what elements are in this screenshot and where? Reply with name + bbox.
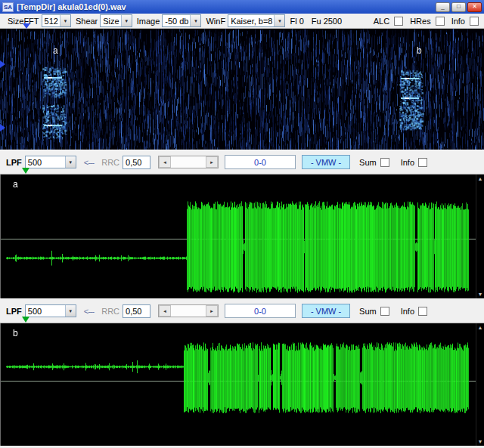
chevron-down-icon[interactable]: ▼ xyxy=(60,15,70,26)
waveform-v-scrollbar-a[interactable]: ▲ ▼ xyxy=(476,175,484,298)
shear-label: Shear xyxy=(76,17,98,26)
fl-label: Fl xyxy=(290,17,296,26)
rrc-label-b: RRC xyxy=(101,307,119,316)
chevron-down-icon[interactable]: ▼ xyxy=(190,15,200,26)
sum-checkbox-a[interactable] xyxy=(380,158,389,167)
spectrogram-label-b: b xyxy=(417,45,422,56)
control-bar-a: LPF 500 ▼ <--- RRC ◄ ► 0-0 - VMW - Sum I… xyxy=(0,150,484,175)
minimize-button[interactable]: _ xyxy=(436,2,450,12)
scroll-right-icon[interactable]: ► xyxy=(206,305,218,317)
scroll-right-icon[interactable]: ► xyxy=(206,156,218,168)
lpf-value-b: 500 xyxy=(28,307,42,316)
down-arrow-icon[interactable]: ▼ xyxy=(476,439,484,444)
waveform-label-a: a xyxy=(13,179,18,190)
shear-select[interactable]: Size ▼ xyxy=(100,14,132,27)
image-label: Image xyxy=(137,17,160,26)
spectrogram-canvas[interactable] xyxy=(0,29,484,150)
chevron-down-icon[interactable]: ▼ xyxy=(65,305,76,317)
app-icon: SA xyxy=(2,2,14,12)
window-buttons: _ □ ✕ xyxy=(436,2,482,12)
sum-label-b: Sum xyxy=(359,307,377,316)
chevron-down-icon[interactable]: ▼ xyxy=(65,156,76,168)
h-scrollbar-b[interactable]: ◄ ► xyxy=(158,304,219,317)
waveform-panel-a[interactable]: a ▲ ▼ xyxy=(0,175,484,298)
vmw-button-b[interactable]: - VMW - xyxy=(302,304,350,318)
fu-label: Fu xyxy=(312,17,321,26)
sum-checkbox-b[interactable] xyxy=(380,307,389,316)
spectrogram-position-marker-icon[interactable] xyxy=(23,23,30,29)
scroll-left-icon[interactable]: ◄ xyxy=(159,156,171,168)
info-label: Info xyxy=(451,17,465,26)
fl-value: 0 xyxy=(299,17,304,26)
chevron-down-icon[interactable]: ▼ xyxy=(121,15,132,26)
vmw-button-a[interactable]: - VMW - xyxy=(302,155,350,169)
sizefft-value: 512 xyxy=(45,17,58,26)
toolbar: SizeFFT 512 ▼ Shear Size ▼ Image -50 db … xyxy=(0,14,484,29)
waveform-position-marker-icon[interactable] xyxy=(22,317,29,323)
shear-value: Size xyxy=(103,17,119,26)
winf-value: Kaiser, b=8 xyxy=(231,17,272,26)
frequency-marker-icon[interactable] xyxy=(0,124,5,131)
spectrogram-panel[interactable]: a b xyxy=(0,29,484,150)
waveform-panel-b[interactable]: b ▲ ▼ xyxy=(0,323,484,446)
waveform-v-scrollbar-b[interactable]: ▲ ▼ xyxy=(476,323,484,446)
h-scrollbar-a[interactable]: ◄ ► xyxy=(158,156,219,168)
hres-label: HRes xyxy=(410,17,431,26)
lpf-label-a: LPF xyxy=(6,158,22,167)
lpf-select-a[interactable]: 500 ▼ xyxy=(25,156,76,168)
range-display-b: 0-0 xyxy=(225,304,296,318)
winf-select[interactable]: Kaiser, b=8 ▼ xyxy=(228,14,285,27)
fu-value: 2500 xyxy=(324,17,342,26)
range-display-a: 0-0 xyxy=(225,155,296,169)
image-select[interactable]: -50 db ▼ xyxy=(162,14,201,27)
down-arrow-icon[interactable]: ▼ xyxy=(476,292,484,297)
up-arrow-icon[interactable]: ▲ xyxy=(476,325,484,330)
waveform-canvas-a[interactable] xyxy=(1,175,476,298)
waveform-label-b: b xyxy=(13,328,18,338)
app-window: SA [TempDir] akula01ed(0).wav _ □ ✕ Size… xyxy=(0,0,484,448)
waveform-canvas-b[interactable] xyxy=(1,323,476,446)
alc-checkbox[interactable] xyxy=(394,17,403,26)
info-label-b: Info xyxy=(401,307,414,316)
spectrogram-label-a: a xyxy=(53,45,58,56)
chevron-down-icon[interactable]: ▼ xyxy=(274,15,284,26)
waveform-position-marker-icon[interactable] xyxy=(22,168,29,174)
scroll-left-icon[interactable]: ◄ xyxy=(159,305,171,317)
arrow-indicator-b: <--- xyxy=(84,307,94,316)
titlebar: SA [TempDir] akula01ed(0).wav _ □ ✕ xyxy=(0,0,484,14)
sum-label-a: Sum xyxy=(359,158,377,167)
scroll-track[interactable] xyxy=(171,305,206,317)
lpf-select-b[interactable]: 500 ▼ xyxy=(25,304,76,317)
rrc-input-a[interactable] xyxy=(123,156,150,169)
info-checkbox[interactable] xyxy=(470,17,479,26)
info-checkbox-a[interactable] xyxy=(418,158,427,167)
scroll-track[interactable] xyxy=(171,156,206,168)
maximize-button[interactable]: □ xyxy=(451,2,466,12)
lpf-label-b: LPF xyxy=(6,307,22,316)
arrow-indicator-a: <--- xyxy=(84,158,94,167)
info-checkbox-b[interactable] xyxy=(418,307,427,316)
up-arrow-icon[interactable]: ▲ xyxy=(476,176,484,181)
hres-checkbox[interactable] xyxy=(436,17,445,26)
rrc-label-a: RRC xyxy=(101,158,119,167)
sizefft-select[interactable]: 512 ▼ xyxy=(42,14,71,27)
alc-label: ALC xyxy=(374,17,389,26)
window-title: [TempDir] akula01ed(0).wav xyxy=(17,2,436,11)
control-bar-b: LPF 500 ▼ <--- RRC ◄ ► 0-0 - VMW - Sum I… xyxy=(0,298,484,323)
frequency-marker-icon[interactable] xyxy=(0,60,5,68)
image-value: -50 db xyxy=(165,17,188,26)
winf-label: WinF xyxy=(206,17,225,26)
close-button[interactable]: ✕ xyxy=(467,2,482,12)
info-label-a: Info xyxy=(401,158,414,167)
lpf-value-a: 500 xyxy=(28,158,42,167)
rrc-input-b[interactable] xyxy=(123,304,150,318)
